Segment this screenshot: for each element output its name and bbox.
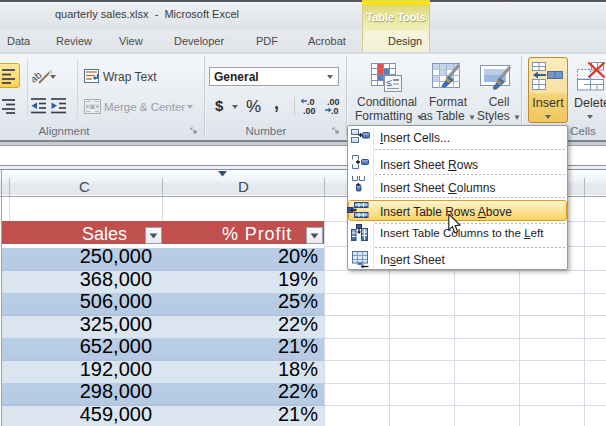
svg-text:ab: ab [32,69,44,85]
svg-text:≤: ≤ [387,77,393,88]
svg-text:.00: .00 [303,106,316,115]
svg-text:.0: .0 [331,106,339,115]
